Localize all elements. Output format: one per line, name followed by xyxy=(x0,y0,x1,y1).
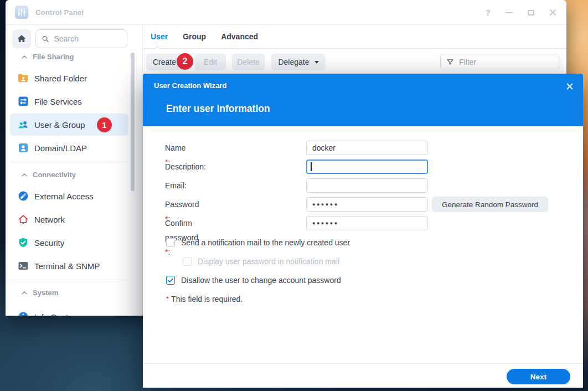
section-system[interactable]: System xyxy=(21,289,58,297)
file-services-icon xyxy=(18,96,29,107)
required-field-note: * This field is required. xyxy=(166,295,243,303)
tab-advanced[interactable]: Advanced xyxy=(221,32,258,41)
sidebar: File Sharing Shared Folder File Services xyxy=(6,25,143,316)
sidebar-item-label: Network xyxy=(34,215,65,224)
help-button[interactable]: ? xyxy=(486,8,491,17)
maximize-button[interactable] xyxy=(528,10,534,16)
sidebar-item-network[interactable]: Network xyxy=(10,208,128,230)
tab-bar: User Group Advanced xyxy=(143,25,566,49)
checkbox-checked-icon xyxy=(166,276,175,285)
checkmark-icon xyxy=(167,277,174,284)
sidebar-divider xyxy=(10,162,128,162)
desktop: { "window": { "title": "Control Panel", … xyxy=(0,0,588,391)
sidebar-item-label: External Access xyxy=(34,192,94,201)
section-label: File Sharing xyxy=(33,53,74,61)
delegate-dropdown-button[interactable]: Delegate xyxy=(271,54,326,70)
info-center-icon xyxy=(18,311,29,316)
search-input[interactable] xyxy=(54,34,122,43)
password-field[interactable] xyxy=(306,197,428,212)
edit-button[interactable]: Edit xyxy=(195,54,226,70)
close-icon xyxy=(566,83,574,90)
chevron-up-icon xyxy=(21,172,28,178)
filter-box[interactable] xyxy=(440,54,559,70)
close-window-button[interactable] xyxy=(549,9,556,16)
generate-random-password-button[interactable]: Generate Random Password xyxy=(432,197,548,212)
checkbox-display-password[interactable]: Display user password in notification ma… xyxy=(183,256,339,266)
close-icon xyxy=(549,9,556,16)
window-title: Control Panel xyxy=(35,8,84,17)
sidebar-item-terminal-snmp[interactable]: Terminal & SNMP xyxy=(10,255,128,277)
sidebar-item-label: File Services xyxy=(34,97,82,106)
network-icon xyxy=(18,214,29,225)
search-icon xyxy=(42,34,49,44)
sidebar-item-label: Shared Folder xyxy=(34,74,87,83)
sidebar-item-file-services[interactable]: File Services xyxy=(10,90,128,112)
search-box[interactable] xyxy=(35,29,127,48)
dialog-title: User Creation Wizard xyxy=(154,81,226,90)
maximize-icon xyxy=(528,10,534,16)
sidebar-item-label: Terminal & SNMP xyxy=(34,261,100,271)
tab-user[interactable]: User xyxy=(151,32,168,41)
sidebar-item-label: Info Center xyxy=(34,312,75,316)
sidebar-item-domain-ldap[interactable]: Domain/LDAP xyxy=(10,137,128,159)
checkbox-send-notification[interactable]: Send a notification mail to the newly cr… xyxy=(166,238,350,248)
dialog-step-heading: Enter user information xyxy=(166,103,270,115)
filter-funnel-icon xyxy=(446,58,454,66)
delegate-label: Delegate xyxy=(278,58,309,66)
field-label: Description: xyxy=(165,160,206,174)
sidebar-scrollbar[interactable] xyxy=(131,53,135,191)
caret-down-icon xyxy=(314,61,319,64)
domain-ldap-icon xyxy=(18,142,29,153)
dialog-header: User Creation Wizard Enter user informat… xyxy=(143,74,583,126)
sidebar-item-label: Security xyxy=(34,238,64,248)
external-access-icon xyxy=(18,191,29,202)
confirm-password-field[interactable] xyxy=(306,216,428,230)
checkbox-label: Display user password in notification ma… xyxy=(198,257,339,266)
sidebar-item-security[interactable]: Security xyxy=(10,231,128,254)
delete-button[interactable]: Delete xyxy=(232,54,265,70)
home-icon xyxy=(17,34,27,44)
dialog-close-button[interactable] xyxy=(565,82,574,91)
checkbox-label: Send a notification mail to the newly cr… xyxy=(181,238,350,247)
user-creation-wizard-dialog: User Creation Wizard Enter user informat… xyxy=(143,74,583,388)
dialog-footer-divider xyxy=(143,363,583,364)
description-field[interactable] xyxy=(306,160,428,174)
name-field[interactable] xyxy=(306,141,428,155)
section-connectivity[interactable]: Connectivity xyxy=(21,171,76,179)
user-group-icon xyxy=(18,119,29,130)
section-file-sharing[interactable]: File Sharing xyxy=(21,53,74,61)
step-badge-1: 1 xyxy=(97,117,112,132)
shared-folder-icon xyxy=(18,73,29,84)
window-controls: ? xyxy=(486,0,556,25)
filter-input[interactable] xyxy=(459,58,554,66)
sidebar-item-label: User & Group xyxy=(34,120,85,130)
chevron-up-icon xyxy=(21,54,28,60)
tab-group[interactable]: Group xyxy=(183,32,206,41)
text-cursor xyxy=(311,162,312,171)
home-button[interactable] xyxy=(12,29,31,48)
sidebar-item-label: Domain/LDAP xyxy=(34,143,87,153)
sidebar-divider xyxy=(10,280,128,280)
sidebar-item-info-center[interactable]: Info Center xyxy=(10,306,128,316)
field-label: Email: xyxy=(165,178,187,193)
sidebar-item-shared-folder[interactable]: Shared Folder xyxy=(10,67,128,89)
sidebar-item-external-access[interactable]: External Access xyxy=(10,185,128,207)
checkbox-disabled-icon xyxy=(183,257,192,266)
minimize-button[interactable] xyxy=(506,12,513,13)
checkbox-disallow-password-change[interactable]: Disallow the user to change account pass… xyxy=(166,275,341,285)
chevron-up-icon xyxy=(21,290,28,296)
section-label: System xyxy=(33,289,58,297)
terminal-icon xyxy=(18,260,29,271)
step-badge-2: 2 xyxy=(177,53,193,70)
checkbox-label: Disallow the user to change account pass… xyxy=(181,276,341,285)
email-field[interactable] xyxy=(306,178,428,193)
titlebar: Control Panel ? xyxy=(6,0,566,25)
minimize-icon xyxy=(506,12,513,13)
checkbox-unchecked-icon xyxy=(166,238,175,247)
security-shield-icon xyxy=(18,237,29,248)
next-button[interactable]: Next xyxy=(507,369,570,384)
section-label: Connectivity xyxy=(33,171,76,179)
control-panel-icon xyxy=(15,6,28,19)
